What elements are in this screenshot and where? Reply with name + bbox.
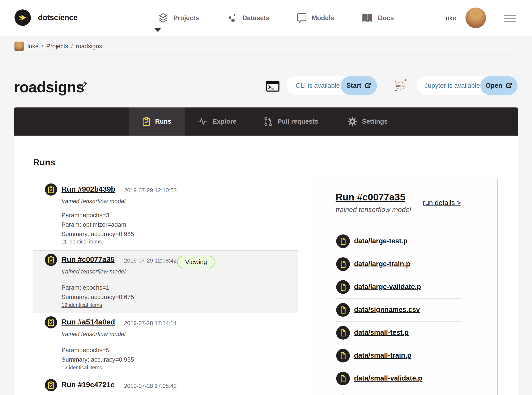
breadcrumb: luke / Projects / roadsigns <box>27 43 102 50</box>
run-param: Param: epochs=1 <box>61 284 109 291</box>
book-icon <box>362 13 373 23</box>
file-link[interactable]: data/small-train.p <box>354 351 411 359</box>
runs-heading: Runs <box>33 157 55 167</box>
run-clipboard-icon <box>45 254 57 266</box>
run-summary: Summary: accuracy=0.675 <box>61 294 134 301</box>
identical-items-link[interactable]: 11 identical items <box>61 239 102 245</box>
dotscience-app: dotscience Projects Datasets Models <box>0 0 532 395</box>
user-name: luke <box>444 0 456 36</box>
top-header: dotscience Projects Datasets Models <box>0 0 532 36</box>
breadcrumb-avatar[interactable] <box>15 42 24 51</box>
nav-projects[interactable]: Projects <box>158 0 199 36</box>
file-icon <box>336 234 350 248</box>
breadcrumb-separator: / <box>42 43 43 50</box>
tab-pull-requests[interactable]: Pull requests <box>264 107 318 136</box>
nav-docs-label: Docs <box>378 14 394 22</box>
brand-name: dotscience <box>38 13 77 22</box>
gear-icon <box>348 117 357 126</box>
run-summary: Summary: accuracy=0.985 <box>61 231 134 238</box>
pull-request-icon <box>264 117 272 126</box>
run-timestamp: 2019-07-29 12:10:53 <box>124 187 177 194</box>
tab-runs-label: Runs <box>155 118 171 125</box>
file-icon <box>336 326 350 340</box>
jupyter-status: Jupyter is available <box>425 76 480 95</box>
tab-settings-label: Settings <box>362 118 388 125</box>
jupyter-open-label: Open <box>486 82 502 89</box>
identical-items-link[interactable]: 12 identical items <box>61 302 102 308</box>
cli-start-button[interactable]: Start <box>341 76 377 95</box>
menu-hamburger-icon[interactable] <box>504 15 516 22</box>
run-row[interactable]: Run #902b439b 2019-07-29 12:10:53 traine… <box>33 180 298 251</box>
clipboard-icon <box>143 117 150 126</box>
tab-explore[interactable]: Explore <box>197 107 236 136</box>
tab-runs[interactable]: Runs <box>143 107 171 136</box>
page-title: roadsigns <box>14 78 84 96</box>
edit-pencil-icon[interactable] <box>78 80 88 90</box>
breadcrumb-projects-link[interactable]: Projects <box>46 43 68 50</box>
breadcrumb-rule <box>14 55 518 55</box>
run-link[interactable]: Run #c0077a35 <box>61 255 115 264</box>
model-bubble-icon <box>297 13 307 23</box>
cli-terminal-icon <box>266 81 280 92</box>
file-link[interactable]: data/large-test.p <box>354 237 408 245</box>
detail-divider <box>312 225 485 225</box>
nav-datasets[interactable]: Datasets <box>227 0 269 36</box>
file-icon <box>336 257 350 271</box>
jupyter-pill: Jupyter is available Open <box>417 76 517 95</box>
nav-models-label: Models <box>312 14 334 22</box>
run-detail-panel: Run #c0077a35 run details > trained tens… <box>312 179 498 395</box>
file-divider <box>336 367 461 367</box>
cli-pill: CLI is available Start <box>286 76 377 95</box>
file-icon <box>336 349 350 362</box>
breadcrumb-project: roadsigns <box>76 43 102 50</box>
main-content: Runs Run #902b439b 2019-07-29 12:10:53 t… <box>14 136 518 395</box>
run-link[interactable]: Run #19c4721c <box>61 380 115 389</box>
run-link[interactable]: Run #a514a0ed <box>61 318 115 326</box>
run-param: Param: epochs=3 <box>61 212 109 219</box>
nav-datasets-label: Datasets <box>242 14 269 22</box>
file-divider <box>336 321 461 322</box>
user-avatar[interactable] <box>466 8 486 28</box>
run-link[interactable]: Run #902b439b <box>61 185 115 193</box>
jupyter-logo-text: jupyter <box>395 84 406 87</box>
scatter-dots-icon <box>227 13 237 23</box>
cli-start-label: Start <box>346 82 361 89</box>
dotscience-logo[interactable] <box>15 10 31 26</box>
nav-models[interactable]: Models <box>297 0 334 36</box>
arrow-logo-icon <box>18 13 27 22</box>
file-link[interactable]: data/large-validate.p <box>354 283 421 291</box>
file-link[interactable]: data/signnames.csv <box>354 306 420 313</box>
file-icon <box>336 372 350 385</box>
identical-items-link[interactable]: 12 identical items <box>61 365 102 371</box>
tab-pull-requests-label: Pull requests <box>277 118 318 125</box>
run-row[interactable]: Run #a514a0ed 2019-07-28 17:14:14 traine… <box>33 313 298 376</box>
layers-icon <box>158 13 168 23</box>
run-clipboard-icon <box>45 379 57 391</box>
file-link[interactable]: data/small-validate.p <box>354 374 422 382</box>
run-row[interactable]: Run #19c4721c 2019-07-28 17:05:42 <box>33 376 298 395</box>
file-divider <box>336 390 461 390</box>
run-description: trained tensorflow model <box>61 331 126 337</box>
breadcrumb-user[interactable]: luke <box>27 43 38 50</box>
run-timestamp: 2019-07-28 17:14:14 <box>124 320 177 327</box>
tab-settings[interactable]: Settings <box>348 107 388 136</box>
file-divider <box>336 298 461 299</box>
jupyter-logo: jupyter <box>393 78 408 92</box>
tab-explore-label: Explore <box>213 118 236 125</box>
run-param: Param: optimizer=adam <box>61 221 126 228</box>
run-clipboard-icon <box>45 316 57 329</box>
file-icon <box>336 303 350 317</box>
file-row[interactable]: data/small-validate.p <box>312 179 497 200</box>
run-row-selected[interactable]: Run #c0077a35 2019-07-29 12:08:42 Viewin… <box>33 251 298 313</box>
file-icon <box>336 280 350 294</box>
run-clipboard-icon <box>45 183 57 196</box>
run-timestamp: 2019-07-28 17:05:42 <box>124 383 177 389</box>
run-list: Run #902b439b 2019-07-29 12:10:53 traine… <box>33 180 298 395</box>
run-details-link[interactable]: run details > <box>423 199 461 207</box>
file-link[interactable]: data/small-test.p <box>354 329 409 336</box>
jupyter-open-button[interactable]: Open <box>480 76 517 95</box>
nav-projects-label: Projects <box>173 14 199 22</box>
file-link[interactable]: data/large-train.p <box>354 260 410 268</box>
nav-docs[interactable]: Docs <box>362 0 394 36</box>
file-divider <box>336 253 461 253</box>
